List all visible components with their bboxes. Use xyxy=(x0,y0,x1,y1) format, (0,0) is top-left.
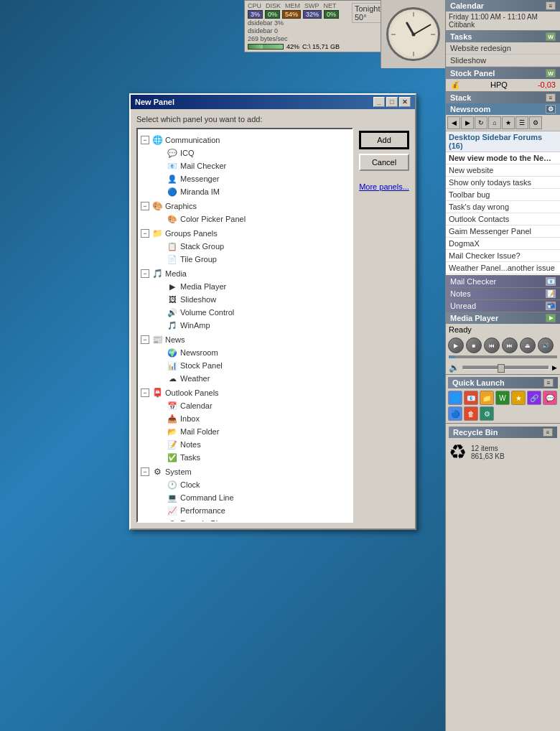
ql-icon-6[interactable]: 🔗 xyxy=(527,391,541,405)
refresh-btn[interactable]: ↻ xyxy=(475,116,487,129)
calendar-settings-btn[interactable]: ≡ xyxy=(546,1,556,10)
category-communication-header[interactable]: − 🌐 Communication xyxy=(141,134,349,146)
tree-miranda[interactable]: 🔵 Miranda IM xyxy=(152,185,349,198)
newsroom-item-3[interactable]: Toolbar bug xyxy=(446,189,560,201)
tree-notes[interactable]: 📝 Notes xyxy=(152,438,349,451)
dialog-close-btn[interactable]: ✕ xyxy=(399,97,411,107)
settings-btn[interactable]: ⚙ xyxy=(529,116,542,129)
ql-icon-10[interactable]: ⚙ xyxy=(480,406,494,421)
tree-stock-panel[interactable]: 📊 Stock Panel xyxy=(152,359,349,372)
eject-btn[interactable]: ⏏ xyxy=(520,337,536,353)
category-system-header[interactable]: − ⚙ System xyxy=(141,465,349,478)
calendar-header[interactable]: Calendar ≡ xyxy=(446,0,560,11)
tree-color-picker[interactable]: 🎨 Color Picker Panel xyxy=(152,213,349,225)
tree-icq[interactable]: 💬 ICQ xyxy=(152,146,349,159)
recycle-settings-btn[interactable]: ≡ xyxy=(543,428,553,437)
quicklaunch-header[interactable]: Quick Launch ≡ xyxy=(448,377,558,388)
bookmark-btn[interactable]: ★ xyxy=(502,116,515,129)
nav-forward-btn[interactable]: ▶ xyxy=(461,116,474,129)
tree-recycle[interactable]: 🗑 Recycle Bin xyxy=(152,517,349,523)
tree-mail-folder[interactable]: 📂 Mail Folder xyxy=(152,425,349,438)
newsroom-config-btn[interactable]: ⚙ xyxy=(546,105,556,113)
volume-btn[interactable]: 🔊 xyxy=(538,337,554,353)
dialog-restore-btn[interactable]: □ xyxy=(386,97,398,107)
category-graphics-header[interactable]: − 🎨 Graphics xyxy=(141,200,349,213)
tree-cmdline[interactable]: 💻 Command Line xyxy=(152,491,349,504)
tree-weather[interactable]: ☁ Weather xyxy=(152,372,349,385)
recycle-header[interactable]: Recycle Bin ≡ xyxy=(449,427,557,438)
category-news-header[interactable]: − 📰 News xyxy=(141,333,349,346)
media-progress-track[interactable] xyxy=(449,355,557,358)
newsroom-item-2[interactable]: Show only todays tasks xyxy=(446,177,560,189)
tree-inbox[interactable]: 📥 Inbox xyxy=(152,412,349,425)
toggle-graphics[interactable]: − xyxy=(141,202,149,210)
newsroom-item-1[interactable]: New website xyxy=(446,164,560,177)
ql-icon-9[interactable]: 🗑 xyxy=(464,406,478,421)
stock-settings-btn[interactable]: W xyxy=(546,69,556,78)
tree-volume-control[interactable]: 🔊 Volume Control xyxy=(152,306,349,319)
tree-clock[interactable]: 🕐 Clock xyxy=(152,478,349,491)
next-btn[interactable]: ⏭ xyxy=(502,337,518,353)
newsroom-item-7[interactable]: DogmaX xyxy=(446,238,560,250)
newsroom-item-8[interactable]: Mail Checker Issue? xyxy=(446,250,560,262)
mail-checker-btn[interactable]: 📧 xyxy=(546,277,556,286)
category-media-header[interactable]: − 🎵 Media xyxy=(141,267,349,280)
ql-icon-4[interactable]: W xyxy=(495,391,510,405)
volume-handle[interactable] xyxy=(498,364,505,373)
category-outlook-header[interactable]: − 📮 Outlook Panels xyxy=(141,386,349,399)
toggle-outlook[interactable]: − xyxy=(141,388,149,397)
volume-slider[interactable] xyxy=(462,366,549,370)
tree-stack-group[interactable]: 📋 Stack Group xyxy=(152,240,349,253)
media-header[interactable]: Media Player ▶ xyxy=(446,312,560,324)
toggle-media[interactable]: − xyxy=(141,269,149,278)
view-btn[interactable]: ☰ xyxy=(515,116,528,129)
newsroom-item-4[interactable]: Task's day wrong xyxy=(446,201,560,213)
newsroom-item-6[interactable]: Gaim Messenger Panel xyxy=(446,225,560,238)
newsroom-item-9[interactable]: Weather Panel...another issue xyxy=(446,262,560,274)
stack-settings-btn[interactable]: ≡ xyxy=(546,93,556,102)
stack-header[interactable]: Stack ≡ xyxy=(446,92,560,103)
task-2[interactable]: Slideshow xyxy=(446,55,560,67)
prev-btn[interactable]: ⏮ xyxy=(484,337,500,353)
tree-tasks[interactable]: ✅ Tasks xyxy=(152,451,349,464)
quicklaunch-settings-btn[interactable]: ≡ xyxy=(543,378,554,387)
tasks-settings-btn[interactable]: W xyxy=(546,32,556,41)
stock-header[interactable]: Stock Panel W xyxy=(446,67,560,79)
ql-icon-8[interactable]: 🔵 xyxy=(448,406,462,421)
nav-back-btn[interactable]: ◀ xyxy=(447,116,460,129)
tree-media-player[interactable]: ▶ Media Player xyxy=(152,280,349,293)
stop-btn[interactable]: ■ xyxy=(466,337,482,353)
unread-header[interactable]: Unread 📬 xyxy=(446,300,560,312)
media-settings-btn[interactable]: ▶ xyxy=(546,314,556,322)
tree-tile-group[interactable]: 📄 Tile Group xyxy=(152,253,349,266)
dialog-minimize-btn[interactable]: _ xyxy=(373,97,385,107)
add-button[interactable]: Add xyxy=(359,131,409,149)
newsroom-item-0[interactable]: New view mode to the Newsroom xyxy=(446,152,560,164)
more-panels-link[interactable]: More panels... xyxy=(359,182,409,191)
tree-messenger[interactable]: 👤 Messenger xyxy=(152,172,349,185)
ql-icon-3[interactable]: 📁 xyxy=(480,391,494,405)
task-1[interactable]: Website redesign xyxy=(446,42,560,55)
mail-checker-header[interactable]: Mail Checker 📧 xyxy=(446,276,560,287)
tree-calendar[interactable]: 📅 Calendar xyxy=(152,399,349,412)
tree-performance[interactable]: 📈 Performance xyxy=(152,504,349,517)
unread-btn[interactable]: 📬 xyxy=(546,302,556,310)
ql-icon-2[interactable]: 📧 xyxy=(464,391,478,405)
toggle-system[interactable]: − xyxy=(141,467,149,476)
tree-slideshow[interactable]: 🖼 Slideshow xyxy=(152,293,349,306)
ql-icon-5[interactable]: ★ xyxy=(511,391,526,405)
tree-newsroom[interactable]: 🌍 Newsroom xyxy=(152,346,349,359)
notes-header[interactable]: Notes 📝 xyxy=(446,288,560,299)
toggle-communication[interactable]: − xyxy=(141,136,149,144)
ql-icon-1[interactable]: 🌐 xyxy=(448,391,462,405)
play-btn[interactable]: ▶ xyxy=(448,337,464,353)
newsroom-forum-header[interactable]: Desktop Sidebar Forums (16) xyxy=(446,131,560,152)
notes-btn[interactable]: 📝 xyxy=(546,289,556,298)
newsroom-item-5[interactable]: Outlook Contacts xyxy=(446,213,560,225)
toggle-groups[interactable]: − xyxy=(141,229,149,238)
tree-winamp[interactable]: 🎵 WinAmp xyxy=(152,319,349,332)
tasks-header[interactable]: Tasks W xyxy=(446,31,560,42)
home-btn[interactable]: ⌂ xyxy=(488,116,501,129)
category-groups-header[interactable]: − 📁 Groups Panels xyxy=(141,227,349,240)
tree-mail-checker[interactable]: 📧 Mail Checker xyxy=(152,159,349,172)
